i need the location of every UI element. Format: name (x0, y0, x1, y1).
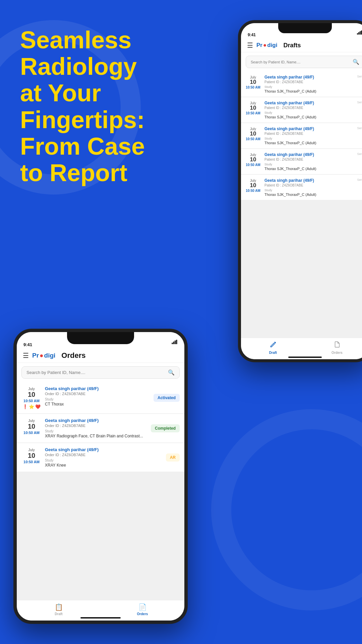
star-icon: ⭐ (29, 404, 34, 409)
order-date-month: July (28, 448, 35, 452)
draft-patient-name: Geeta singh parihar (49/F) (264, 152, 354, 157)
nav-label: Draft (55, 612, 62, 616)
nav-item-orders[interactable]: Orders (305, 341, 362, 355)
draft-card[interactable]: July 10 10:50 AM Geeta singh parihar (49… (241, 149, 362, 174)
phone1-search-icon: 🔍 (168, 369, 175, 376)
draft-card[interactable]: July 10 10:50 AM Geeta singh parihar (49… (241, 123, 362, 148)
status-badge: AR (166, 453, 180, 462)
phone1-hamburger-icon[interactable]: ☰ (23, 352, 29, 360)
phone1-search-input[interactable] (26, 370, 165, 375)
draft-date-block: July 10 10:50 AM (245, 178, 261, 197)
draft-icon (269, 341, 277, 348)
draft-patient-name: Geeta singh parihar (49/F) (264, 101, 354, 105)
nav-item-draft[interactable]: 📋 Draft (17, 603, 101, 616)
svg-rect-0 (357, 33, 358, 35)
order-date-time: 10:50 AM (23, 460, 40, 464)
order-date-day: 10 (28, 423, 35, 430)
draft-study-name: Thorax SJK_ThoraxP_C (Adult) (264, 141, 354, 145)
nav-item-orders[interactable]: 📄 Orders (101, 603, 184, 616)
svg-rect-1 (358, 32, 359, 35)
series-label: Seri... (357, 101, 362, 119)
patient-name: Geeta singh parihar (49/F) (45, 386, 150, 391)
series-label: Seri... (357, 152, 362, 171)
draft-study-name: Thorax SJK_ThoraxP_C (Adult) (264, 193, 354, 197)
hero-title: Seamless Radiology at Your Fingertips: F… (20, 27, 147, 186)
draft-patient-id: Patient ID : Z4Z6OB7ABE (264, 80, 354, 84)
phone1-status-icons (172, 340, 178, 344)
draft-card[interactable]: July 10 10:50 AM Geeta singh parihar (49… (241, 175, 362, 200)
phone1-logo: Pr●digi (32, 352, 55, 359)
draft-card[interactable]: July 10 10:50 AM Geeta singh parihar (49… (241, 97, 362, 122)
draft-study-label: Study (264, 85, 354, 89)
draft-study-label: Study (264, 163, 354, 166)
phone2-drafts-list: July 10 10:50 AM Geeta singh parihar (49… (241, 71, 362, 338)
nav-label: Orders (137, 612, 148, 616)
orders-icon (334, 341, 341, 348)
phone2-search-bar[interactable]: 🔍 (246, 56, 362, 68)
bg-decoration-circle2 (211, 409, 362, 610)
order-card[interactable]: July 10 10:50 AM Geeta singh parihar (49… (17, 414, 184, 442)
draft-info: Geeta singh parihar (49/F) Patient ID : … (264, 101, 354, 119)
draft-date-day: 10 (250, 79, 256, 86)
draft-date-day: 10 (250, 131, 256, 137)
order-card[interactable]: July 10 10:50 AM ❗ ⭐ ❤️ Geeta singh pari… (17, 382, 184, 413)
order-date-time: 10:50 AM (23, 399, 40, 403)
draft-study-label: Study (264, 189, 354, 192)
draft-date-block: July 10 10:50 AM (245, 126, 261, 145)
study-label: Study (45, 397, 150, 401)
nav-item-draft[interactable]: Draft (241, 341, 305, 355)
draft-date-time: 10:50 AM (246, 163, 260, 167)
order-card[interactable]: July 10 10:50 AM Geeta singh parihar (49… (17, 443, 184, 472)
svg-rect-6 (175, 340, 176, 344)
patient-name: Geeta singh parihar (49/F) (45, 418, 147, 423)
phone2-screen-title: Drafts (283, 42, 301, 49)
svg-rect-7 (176, 340, 177, 344)
draft-date-block: July 10 10:50 AM (245, 101, 261, 119)
phone2-notch (278, 23, 332, 33)
draft-patient-id: Patient ID : Z4Z6OB7ABE (264, 106, 354, 110)
draft-date-time: 10:50 AM (246, 111, 260, 115)
phone1-bottom-nav: 📋 Draft 📄 Orders (17, 600, 184, 621)
draft-info: Geeta singh parihar (49/F) Patient ID : … (264, 75, 354, 93)
order-date-day: 10 (28, 391, 35, 398)
phone1-signal-icon (172, 340, 178, 344)
signal-icon (357, 31, 362, 35)
draft-patient-name: Geeta singh parihar (49/F) (264, 126, 354, 131)
order-date-month: July (28, 419, 35, 423)
draft-patient-name: Geeta singh parihar (49/F) (264, 178, 354, 183)
draft-info: Geeta singh parihar (49/F) Patient ID : … (264, 126, 354, 145)
alert-icon: ❗ (22, 404, 28, 409)
phone1-screen-title: Orders (61, 351, 85, 360)
order-icons: ❗ ⭐ ❤️ (22, 404, 41, 409)
svg-rect-2 (360, 31, 361, 35)
order-date-month: July (28, 387, 35, 391)
hero-section: Seamless Radiology at Your Fingertips: F… (20, 27, 147, 186)
order-info: Geeta singh parihar (49/F) Order ID : Z4… (45, 418, 147, 438)
order-date-day: 10 (28, 452, 35, 459)
order-id: Order ID : Z4Z6OB7ABE (45, 424, 147, 428)
draft-patient-id: Patient ID : Z4Z6OB7ABE (264, 158, 354, 161)
phone1-notch (67, 332, 134, 344)
phone2-hamburger-icon[interactable]: ☰ (247, 41, 253, 49)
draft-date-time: 10:50 AM (246, 137, 260, 141)
study-label: Study (45, 459, 163, 462)
draft-card[interactable]: July 10 10:50 AM Geeta singh parihar (49… (241, 71, 362, 97)
order-info: Geeta singh parihar (49/F) Order ID : Z4… (45, 386, 150, 409)
study-name: CT Thorax (45, 402, 150, 407)
nav-icon (269, 341, 277, 350)
draft-study-name: Thorax SJK_ThoraxP_C (Adult) (264, 115, 354, 119)
order-date-block: July 10 10:50 AM ❗ ⭐ ❤️ (21, 386, 42, 409)
order-date-block: July 10 10:50 AM (21, 447, 42, 468)
phone1-screen: 9:41 ☰ Pr●digi Orders 🔍 (17, 332, 184, 621)
study-name: XRAY Radiograph Face, CT Brain Plain and… (45, 434, 147, 438)
heart-icon: ❤️ (35, 404, 41, 409)
phone1-search-bar[interactable]: 🔍 (21, 366, 180, 379)
phone2-status-icons (357, 31, 362, 35)
order-info: Geeta singh parihar (49/F) Order ID : Z4… (45, 447, 163, 468)
phone2-search-container: 🔍 (241, 52, 362, 71)
phone2-time: 9:41 (248, 28, 256, 37)
phone1-app-header: ☰ Pr●digi Orders (17, 348, 184, 363)
order-id: Order ID : Z4Z6OB7ABE (45, 392, 150, 396)
phone2-search-input[interactable] (251, 60, 350, 64)
svg-rect-5 (173, 341, 174, 344)
